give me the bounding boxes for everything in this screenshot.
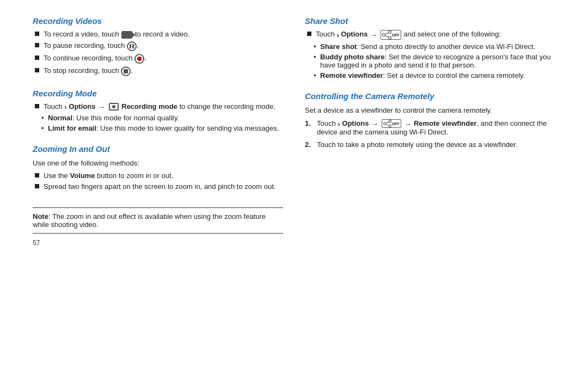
list-item: To continue recording, touch . <box>33 54 283 64</box>
ordered-item-text: Touch to take a photo remotely using the… <box>317 140 518 149</box>
item-number: 1. <box>305 119 314 127</box>
sub-list-item: Remote viewfinder: Set a device to contr… <box>314 71 555 79</box>
bullet-icon <box>307 32 311 36</box>
buddy-label: Buddy photo share <box>320 53 384 61</box>
bullet-icon <box>35 32 39 36</box>
record-dot <box>137 57 142 61</box>
pause-bar <box>132 44 134 48</box>
sub-list-item: Normal: Use this mode for normal quality… <box>41 114 283 122</box>
mode-icon-inner <box>110 104 118 109</box>
off-label-2: OFF <box>392 122 400 126</box>
zooming-intro: Use one of the following methods: <box>33 158 283 169</box>
remote-text: : Set a device to control the camera rem… <box>383 71 525 79</box>
list-item-text: Use the Volume button to zoom in or out. <box>44 171 173 180</box>
zooming-title: Zooming In and Out <box>33 144 283 154</box>
bullet-icon <box>35 104 39 108</box>
share-shot-sub-list: Share shot: Send a photo directly to ano… <box>305 42 555 79</box>
recording-videos-title: Recording Videos <box>33 16 283 26</box>
ordered-list-item: 1. Touch › Options → <box>305 119 555 137</box>
svg-line-4 <box>385 35 389 37</box>
normal-text: : Use this mode for normal quality. <box>72 114 179 122</box>
list-item-text: To record a video, touch to record a vid… <box>44 30 189 39</box>
record-red-icon <box>134 54 144 64</box>
svg-line-3 <box>385 33 389 34</box>
bullet-icon <box>35 173 39 177</box>
list-item-text: To pause recording, touch . <box>44 41 139 51</box>
svg-point-6 <box>383 122 385 125</box>
share-shot-label: Share shot <box>320 42 357 51</box>
list-item: Touch › Options → O <box>305 30 555 40</box>
share-shot-list: Touch › Options → O <box>305 30 555 40</box>
list-item-text: Spread two fingers apart on the screen t… <box>44 182 275 191</box>
sub-list-item: Limit for email: Use this mode to lower … <box>41 124 283 132</box>
remote-vf-label: Remote viewfinder <box>414 119 477 127</box>
bullet-icon <box>35 56 39 60</box>
list-item-text: Touch › Options → Recording mode to chan… <box>44 102 275 111</box>
list-item: To stop recording, touch . <box>33 66 283 76</box>
remote-label: Remote viewfinder <box>320 71 383 79</box>
controlling-ordered-list: 1. Touch › Options → <box>305 119 555 149</box>
list-item: Use the Volume button to zoom in or out. <box>33 171 283 180</box>
svg-point-1 <box>382 34 385 36</box>
normal-label: Normal <box>48 114 72 122</box>
svg-line-9 <box>385 124 389 126</box>
page-container: Recording Videos To record a video, touc… <box>33 16 555 381</box>
list-item: Spread two fingers apart on the screen t… <box>33 182 283 191</box>
sub-list-item: Share shot: Send a photo directly to ano… <box>314 42 555 51</box>
video-record-icon <box>121 31 132 39</box>
zooming-list: Use the Volume button to zoom in or out.… <box>33 171 283 191</box>
right-column: Share Shot Touch › Options → <box>305 16 555 381</box>
chevron-right-icon: › <box>338 120 340 128</box>
arrow-icon: → <box>370 31 377 39</box>
options-label: Options <box>341 30 370 38</box>
section-recording-videos: Recording Videos To record a video, touc… <box>33 16 283 79</box>
page-number: 57 <box>33 239 283 247</box>
off-label: OFF <box>392 33 400 37</box>
stop-square <box>124 69 128 74</box>
svg-point-2 <box>388 36 391 39</box>
recording-videos-list: To record a video, touch to record a vid… <box>33 30 283 76</box>
recording-mode-label: Recording mode <box>121 102 177 111</box>
svg-point-5 <box>389 120 391 122</box>
limit-text: : Use this mode to lower quality for sen… <box>96 124 279 132</box>
share-off-icon: OFF <box>381 30 401 40</box>
share-shot-title: Share Shot <box>305 16 555 26</box>
section-zooming: Zooming In and Out Use one of the follow… <box>33 144 283 194</box>
svg-point-0 <box>388 31 391 34</box>
share-svg-icon <box>382 30 392 39</box>
note-box: Note: The zoom in and out effect is avai… <box>33 207 283 234</box>
bullet-icon <box>35 68 39 72</box>
controlling-intro: Set a device as a viewfinder to control … <box>305 105 555 116</box>
section-recording-mode: Recording Mode Touch › Options → Recor <box>33 89 283 134</box>
section-share-shot: Share Shot Touch › Options → <box>305 16 555 82</box>
left-column: Recording Videos To record a video, touc… <box>33 16 283 381</box>
item-number: 2. <box>305 140 314 149</box>
list-item-text: To continue recording, touch . <box>44 54 146 64</box>
ordered-item-text: Touch › Options → OFF <box>317 119 555 137</box>
recording-mode-list: Touch › Options → Recording mode to chan… <box>33 102 283 111</box>
share-off-icon-2: OFF <box>382 119 401 128</box>
share-svg-icon-2 <box>383 120 392 127</box>
arrow-icon: → <box>98 103 105 111</box>
chevron-right-icon: › <box>64 103 66 111</box>
pause-icon <box>127 41 137 51</box>
recording-mode-title: Recording Mode <box>33 89 283 98</box>
stop-icon <box>121 66 131 76</box>
mode-icon <box>109 103 119 111</box>
controlling-title: Controlling the Camera Remotely <box>305 91 555 101</box>
bullet-icon <box>35 184 39 188</box>
svg-line-8 <box>385 122 389 124</box>
list-item: Touch › Options → Recording mode to chan… <box>33 102 283 111</box>
ordered-list-item: 2. Touch to take a photo remotely using … <box>305 140 555 149</box>
options-label: Options <box>342 119 371 127</box>
pause-bar <box>130 44 131 48</box>
recording-mode-sub-list: Normal: Use this mode for normal quality… <box>33 114 283 132</box>
arrow-icon-2: → <box>404 120 411 128</box>
options-label: Options <box>69 102 97 111</box>
list-item: To record a video, touch to record a vid… <box>33 30 283 39</box>
share-shot-text: : Send a photo directly to another devic… <box>357 42 535 51</box>
arrow-icon: → <box>371 120 378 128</box>
mode-dot <box>112 105 115 108</box>
list-item-text: Touch › Options → O <box>316 30 501 40</box>
bullet-icon <box>35 43 39 47</box>
